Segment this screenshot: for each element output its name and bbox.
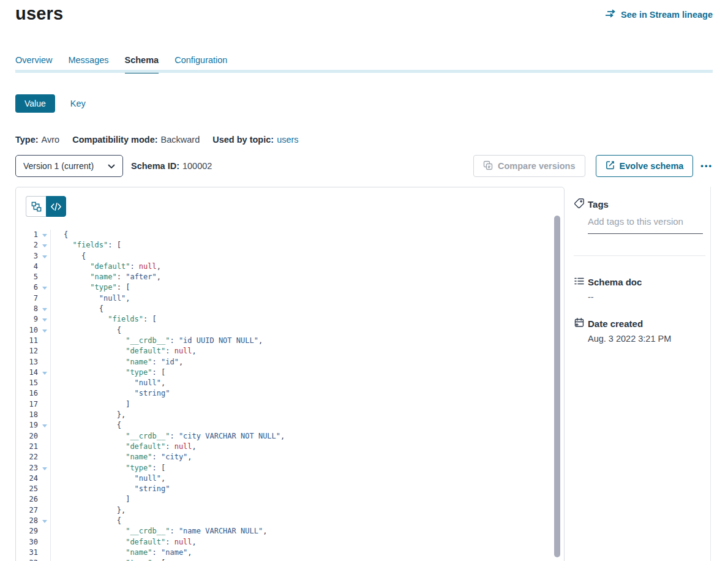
code-text: "name": "after", bbox=[50, 272, 564, 282]
code-line: 13 "name": "id", bbox=[16, 357, 564, 367]
line-number: 16 bbox=[16, 388, 38, 399]
code-line: 5 "name": "after", bbox=[16, 272, 564, 282]
line-number: 14 bbox=[16, 367, 38, 378]
code-text: "default": null, bbox=[50, 442, 564, 452]
code-line: 28 { bbox=[16, 516, 564, 526]
version-bar: Version 1 (current) Schema ID:100002 Com… bbox=[15, 155, 713, 177]
fold-gutter bbox=[38, 357, 50, 367]
code-text: "null", bbox=[50, 378, 564, 388]
fold-gutter bbox=[38, 548, 50, 558]
fold-gutter bbox=[38, 293, 50, 304]
fold-gutter bbox=[38, 399, 50, 410]
topic-link[interactable]: users bbox=[277, 135, 298, 145]
tab-underline-track bbox=[15, 70, 713, 73]
fold-toggle-icon[interactable] bbox=[38, 314, 50, 325]
code-text: "string" bbox=[50, 484, 564, 494]
key-button[interactable]: Key bbox=[70, 99, 86, 108]
line-number: 2 bbox=[16, 240, 38, 250]
schema-doc-title: Schema doc bbox=[574, 276, 642, 288]
code-line: 21 "default": null, bbox=[16, 442, 564, 452]
fold-gutter bbox=[38, 452, 50, 462]
code-line: 10 { bbox=[16, 325, 564, 336]
fold-toggle-icon[interactable] bbox=[38, 420, 50, 431]
fold-gutter bbox=[38, 262, 50, 272]
fold-toggle-icon[interactable] bbox=[38, 282, 50, 293]
calendar-add-icon bbox=[574, 317, 585, 330]
fold-toggle-icon[interactable] bbox=[38, 325, 50, 336]
tree-view-icon[interactable] bbox=[26, 196, 46, 217]
line-number: 27 bbox=[16, 505, 38, 516]
line-number: 22 bbox=[16, 452, 38, 462]
fold-toggle-icon[interactable] bbox=[38, 367, 50, 378]
code-line: 31 "name": "name", bbox=[16, 548, 564, 558]
line-number: 17 bbox=[16, 399, 38, 410]
fold-gutter bbox=[38, 494, 50, 505]
fold-gutter bbox=[38, 378, 50, 388]
fold-toggle-icon[interactable] bbox=[38, 463, 50, 473]
tag-icon bbox=[574, 198, 585, 211]
code-view-icon[interactable] bbox=[46, 196, 66, 217]
schema-page: users See in Stream lineage Overview Mes… bbox=[0, 0, 728, 561]
fold-gutter bbox=[38, 388, 50, 399]
line-number: 24 bbox=[16, 473, 38, 484]
code-text: "__crdb__": "name VARCHAR NULL", bbox=[50, 526, 564, 537]
schema-sidebar: Tags Schema doc -- Date created bbox=[574, 187, 706, 561]
line-number: 18 bbox=[16, 410, 38, 420]
code-text: }, bbox=[50, 410, 564, 420]
fold-toggle-icon[interactable] bbox=[38, 251, 50, 262]
compare-versions-button[interactable]: Compare versions bbox=[473, 155, 585, 177]
version-select[interactable]: Version 1 (current) bbox=[15, 155, 123, 177]
stream-lineage-icon bbox=[605, 9, 617, 20]
schema-id-value: 100002 bbox=[182, 161, 212, 171]
see-in-stream-lineage-link[interactable]: See in Stream lineage bbox=[605, 9, 713, 20]
add-tags-input[interactable] bbox=[588, 216, 703, 234]
code-text: "fields": [ bbox=[50, 314, 564, 325]
sidebar-divider bbox=[574, 255, 705, 256]
fold-gutter bbox=[38, 526, 50, 537]
line-number: 21 bbox=[16, 442, 38, 452]
fold-gutter bbox=[38, 473, 50, 484]
line-number: 23 bbox=[16, 463, 38, 473]
fold-toggle-icon[interactable] bbox=[38, 304, 50, 314]
evolve-schema-button[interactable]: Evolve schema bbox=[596, 155, 694, 177]
code-text: "null", bbox=[50, 293, 564, 304]
line-number: 6 bbox=[16, 282, 38, 293]
fold-gutter bbox=[38, 272, 50, 282]
line-number: 3 bbox=[16, 251, 38, 262]
page-title: users bbox=[15, 4, 63, 24]
line-number: 4 bbox=[16, 262, 38, 272]
code-text: { bbox=[50, 325, 564, 336]
code-text: "type": [ bbox=[50, 282, 564, 293]
code-line: 8 { bbox=[16, 304, 564, 314]
fold-toggle-icon[interactable] bbox=[38, 230, 50, 240]
line-number: 25 bbox=[16, 484, 38, 494]
code-text: { bbox=[50, 516, 564, 526]
line-number: 10 bbox=[16, 325, 38, 336]
code-line: 22 "name": "city", bbox=[16, 452, 564, 462]
code-text: "type": [ bbox=[50, 367, 564, 378]
more-actions-button[interactable]: ••• bbox=[700, 155, 713, 177]
code-line: 12 "default": null, bbox=[16, 346, 564, 356]
view-mode-toggle bbox=[26, 196, 66, 217]
line-number: 26 bbox=[16, 494, 38, 505]
code-line: 26 ] bbox=[16, 494, 564, 505]
code-text: { bbox=[50, 420, 564, 431]
type-value: Avro bbox=[42, 135, 60, 145]
code-line: 11 "__crdb__": "id UUID NOT NULL", bbox=[16, 336, 564, 346]
fold-toggle-icon[interactable] bbox=[38, 516, 50, 526]
code-line: 15 "null", bbox=[16, 378, 564, 388]
code-line: 7 "null", bbox=[16, 293, 564, 304]
line-number: 19 bbox=[16, 420, 38, 431]
code-scrollbar[interactable] bbox=[554, 216, 560, 557]
code-line: 25 "string" bbox=[16, 484, 564, 494]
line-number: 11 bbox=[16, 336, 38, 346]
line-number: 1 bbox=[16, 230, 38, 240]
chevron-down-icon bbox=[108, 161, 115, 171]
code-line: 18 }, bbox=[16, 410, 564, 420]
value-button[interactable]: Value bbox=[15, 94, 55, 113]
fold-toggle-icon[interactable] bbox=[38, 240, 50, 250]
code-line: 30 "default": null, bbox=[16, 537, 564, 548]
line-number: 8 bbox=[16, 304, 38, 314]
fold-toggle-icon[interactable] bbox=[38, 558, 50, 561]
code-text: { bbox=[50, 230, 564, 240]
